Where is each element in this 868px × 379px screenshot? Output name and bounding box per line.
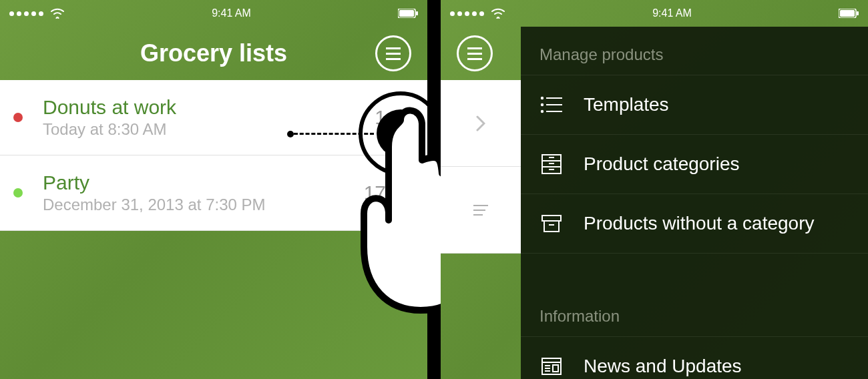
list-peek [441, 80, 521, 254]
wifi-icon [491, 8, 505, 19]
screen-grocery-lists: 9:41 AM Grocery lists Donuts at work Tod… [0, 0, 427, 379]
lines-icon [473, 204, 488, 216]
color-dot-icon [13, 188, 23, 198]
screen-divider [427, 0, 441, 379]
menu-item-categories[interactable]: Product categories [521, 135, 868, 194]
list-item-subtitle: December 31, 2013 at 7:30 PM [43, 196, 364, 214]
templates-icon [539, 93, 564, 117]
signal-dots-icon [9, 11, 43, 16]
menu-item-no-category[interactable]: Products without a category [521, 194, 868, 254]
status-time: 9:41 AM [212, 7, 251, 19]
menu-section-header: Information [521, 288, 868, 337]
menu-item-news[interactable]: News and Updates [521, 337, 868, 379]
chevron-right-icon [405, 185, 414, 201]
list-item-title: Donuts at work [43, 96, 375, 119]
svg-rect-1 [399, 10, 414, 17]
menu-item-label: Products without a category [584, 213, 815, 234]
svg-rect-2 [416, 11, 418, 15]
menu-button[interactable] [457, 35, 493, 71]
battery-icon [839, 9, 859, 18]
svg-point-15 [541, 111, 543, 112]
list-item[interactable]: Party December 31, 2013 at 7:30 PM 17 [0, 155, 427, 231]
svg-point-13 [541, 104, 543, 105]
wifi-icon [50, 8, 65, 19]
color-dot-icon [13, 113, 23, 122]
nav-header: Grocery lists [0, 27, 427, 80]
signal-dots-icon [450, 11, 484, 16]
menu-section-header: Manage products [521, 27, 868, 75]
svg-rect-7 [857, 11, 859, 15]
status-time: 9:41 AM [652, 7, 692, 19]
list-item[interactable]: Donuts at work Today at 8:30 AM 1 [0, 80, 427, 155]
menu-item-label: Templates [584, 94, 669, 115]
screen-menu-open: 9:41 AM Manage products Templates [441, 0, 868, 379]
side-menu: Manage products Templates Product catego… [521, 27, 868, 379]
status-bar: 9:41 AM [441, 0, 868, 27]
list-item-count: 1 [375, 106, 386, 129]
svg-rect-31 [553, 365, 558, 372]
svg-rect-6 [840, 10, 855, 17]
chevron-right-icon [476, 115, 485, 131]
status-bar: 9:41 AM [0, 0, 427, 27]
page-title: Grocery lists [140, 39, 287, 67]
categories-icon [539, 152, 564, 176]
news-icon [539, 354, 564, 378]
svg-point-11 [541, 97, 543, 99]
menu-item-label: News and Updates [584, 356, 742, 377]
list-item-subtitle: Today at 8:30 AM [43, 120, 375, 139]
archive-icon [539, 212, 564, 236]
menu-button[interactable] [375, 35, 411, 71]
chevron-right-icon [405, 109, 414, 125]
menu-item-label: Product categories [584, 153, 739, 175]
svg-rect-23 [542, 216, 561, 221]
list-item-title: Party [43, 171, 364, 194]
svg-rect-24 [544, 221, 559, 232]
grocery-list: Donuts at work Today at 8:30 AM 1 Party … [0, 80, 427, 231]
list-item-count: 17 [364, 181, 386, 204]
battery-icon [398, 9, 418, 18]
menu-item-templates[interactable]: Templates [521, 75, 868, 135]
